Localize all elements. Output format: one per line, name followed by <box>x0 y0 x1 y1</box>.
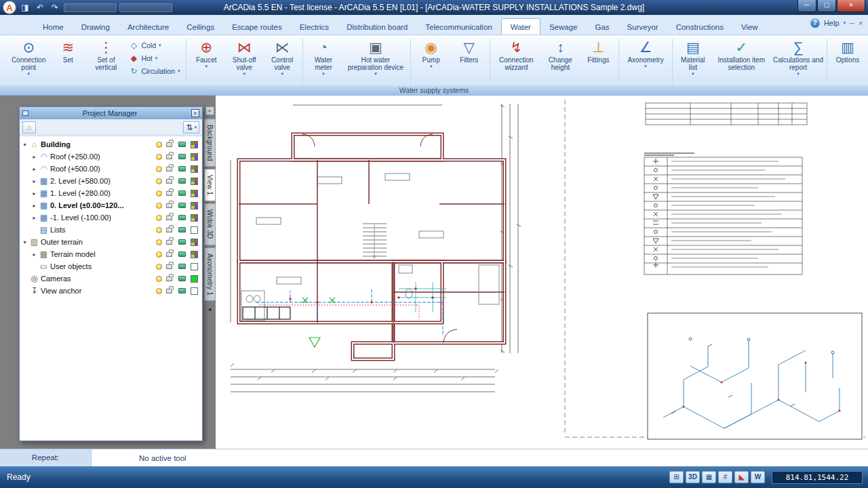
material-list-button[interactable]: ▤ Material list ▾ <box>674 37 712 85</box>
filters-button[interactable]: ▽ Filters <box>450 37 488 85</box>
panel-titlebar[interactable]: Project Manager × <box>20 107 202 119</box>
close-document-icon[interactable]: × <box>859 20 863 27</box>
color-swatch[interactable] <box>191 214 198 222</box>
printer-icon[interactable] <box>178 239 186 245</box>
connection-wizzard-button[interactable]: ↯ Connection wizzard <box>491 37 541 85</box>
lock-icon[interactable] <box>166 179 172 184</box>
printer-icon[interactable] <box>178 288 186 293</box>
minimize-ribbon-icon[interactable]: ─ <box>850 20 854 27</box>
tree-item-outer-terrain[interactable]: ▾ ▨ Outer terrain <box>20 236 201 248</box>
options-button[interactable]: ▥ Options <box>829 37 867 85</box>
tab-sewage[interactable]: Sewage <box>540 19 587 35</box>
help-label[interactable]: Help <box>824 19 840 27</box>
lock-icon[interactable] <box>166 277 172 281</box>
shut-off-valve-button[interactable]: ⋈ Shut-off valve ▾ <box>225 37 263 85</box>
tree-item-building[interactable]: ▾ ⌂ Building <box>20 138 201 150</box>
view-3d-icon[interactable]: 3D <box>686 471 700 483</box>
expander-icon[interactable]: ▸ <box>30 203 39 209</box>
printer-icon[interactable] <box>178 154 186 159</box>
hot-water-device-button[interactable]: ▣ Hot water preparation device ▾ <box>342 37 409 85</box>
visibility-bulb-icon[interactable] <box>156 215 162 221</box>
color-swatch[interactable] <box>191 263 198 270</box>
undo-icon[interactable]: ↶ <box>34 2 46 13</box>
save-icon[interactable]: ◨ <box>19 2 31 13</box>
tab-gas[interactable]: Gas <box>587 19 618 35</box>
change-height-button[interactable]: ↕ Change height <box>541 37 579 85</box>
set-button[interactable]: ≋ Set <box>49 37 87 85</box>
app-logo[interactable]: A <box>3 1 16 14</box>
lock-icon[interactable] <box>166 289 172 293</box>
lock-icon[interactable] <box>166 203 172 208</box>
connection-point-button[interactable]: ⊙ Connection point ▾ <box>8 37 49 85</box>
color-swatch[interactable] <box>191 287 198 295</box>
tab-architecture[interactable]: Architecture <box>119 19 178 35</box>
visibility-bulb-icon[interactable] <box>156 166 162 172</box>
visibility-bulb-icon[interactable] <box>156 264 162 270</box>
tree-item-level-current[interactable]: ▸ ▦ 0. Level (±0.00=120... <box>20 199 201 211</box>
calculations-and-report-button[interactable]: ∑ Calculations and report ▾ <box>771 37 826 85</box>
arcadia-module-icon[interactable]: ◣ <box>734 471 749 483</box>
tree-item-level[interactable]: ▸ ▦ 1. Level (+280.00) <box>20 187 201 199</box>
printer-icon[interactable] <box>178 178 186 184</box>
expander-icon[interactable]: ▸ <box>30 154 39 160</box>
view-tab-axonometry1[interactable]: Axonometry 1 <box>204 247 216 302</box>
viewport-icon[interactable]: ⊞ <box>669 471 684 483</box>
tab-home[interactable]: Home <box>34 19 73 35</box>
circulation-button[interactable]: ↻ Circulation ▾ <box>129 66 180 76</box>
tab-distribution-board[interactable]: Distribution board <box>338 19 416 35</box>
printer-icon[interactable] <box>178 264 186 269</box>
visibility-bulb-icon[interactable] <box>156 251 162 258</box>
pump-button[interactable]: ◉ Pump ▾ <box>412 37 450 85</box>
lock-icon[interactable] <box>166 240 172 245</box>
tree-item-level[interactable]: ▸ ▦ -1. Level (-100.00) <box>20 211 201 224</box>
visibility-bulb-icon[interactable] <box>156 239 162 245</box>
printer-icon[interactable] <box>178 166 186 171</box>
cold-button[interactable]: ◇ Cold ▾ <box>129 41 180 50</box>
layers-icon[interactable]: ▦ <box>702 471 716 483</box>
color-swatch[interactable] <box>191 226 198 234</box>
tree-item-lists[interactable]: ▤ Lists <box>20 224 201 236</box>
tree-item-roof[interactable]: ▸ ◠ Roof (+250.00) <box>20 150 201 163</box>
lock-icon[interactable] <box>166 228 172 232</box>
lock-icon[interactable] <box>166 142 172 147</box>
printer-icon[interactable] <box>178 215 186 220</box>
scroll-left-icon[interactable]: ◂ <box>208 306 212 312</box>
axonometry-button[interactable]: ∠ Axonometry ▾ <box>620 37 671 85</box>
visibility-bulb-icon[interactable] <box>156 288 162 294</box>
visibility-bulb-icon[interactable] <box>156 190 162 197</box>
printer-icon[interactable] <box>178 227 186 232</box>
printer-icon[interactable] <box>178 251 186 257</box>
set-of-vertical-button[interactable]: ⋮ Set of vertical <box>87 37 125 85</box>
sort-filter-button[interactable]: ⇅ ▾ <box>183 121 199 134</box>
water-meter-button[interactable]: ◔ Water meter ▾ <box>304 37 342 85</box>
close-button[interactable]: × <box>837 0 865 12</box>
tab-drawing[interactable]: Drawing <box>73 19 119 35</box>
tab-constructions[interactable]: Constructions <box>667 19 732 35</box>
lock-icon[interactable] <box>166 167 172 171</box>
visibility-bulb-icon[interactable] <box>156 203 162 209</box>
color-swatch[interactable] <box>191 275 198 283</box>
view-tab-background[interactable]: Background <box>204 119 216 167</box>
color-swatch[interactable] <box>191 239 198 246</box>
color-swatch[interactable] <box>191 141 198 148</box>
view-tab-widok-3d[interactable]: Widok 3D <box>204 203 216 245</box>
tree-item-roof[interactable]: ▸ ◠ Roof (+500.00) <box>20 163 201 175</box>
lock-icon[interactable] <box>166 252 172 257</box>
color-swatch[interactable] <box>191 202 198 209</box>
color-swatch[interactable] <box>191 178 198 185</box>
maximize-button[interactable]: □ <box>817 0 836 12</box>
tab-ceilings[interactable]: Ceilings <box>178 19 223 35</box>
visibility-bulb-icon[interactable] <box>156 154 162 160</box>
lock-icon[interactable] <box>166 191 172 196</box>
expander-icon[interactable]: ▸ <box>30 251 39 258</box>
command-input[interactable]: No active tool <box>92 449 868 466</box>
tab-view[interactable]: View <box>732 19 767 35</box>
tab-electrics[interactable]: Electrics <box>291 19 338 35</box>
minimize-button[interactable]: ─ <box>797 0 816 12</box>
tree-item-view-anchor[interactable]: ↧ View anchor <box>20 285 201 297</box>
expander-icon[interactable]: ▸ <box>30 215 39 221</box>
water-module-icon[interactable]: W <box>751 471 765 483</box>
color-swatch[interactable] <box>191 153 198 161</box>
visibility-bulb-icon[interactable] <box>156 142 162 148</box>
help-icon[interactable]: ? <box>810 18 820 28</box>
